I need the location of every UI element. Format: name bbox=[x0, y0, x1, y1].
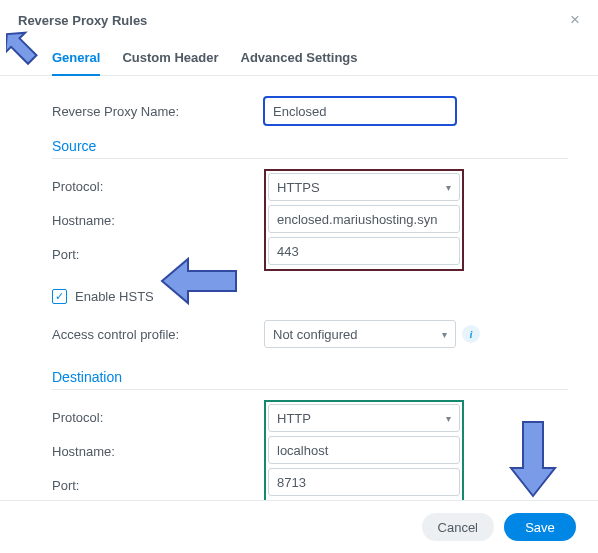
tab-bar: General Custom Header Advanced Settings bbox=[0, 36, 598, 76]
close-icon[interactable]: × bbox=[570, 10, 580, 30]
chevron-down-icon: ▾ bbox=[446, 413, 451, 424]
label-source-port: Port: bbox=[52, 247, 264, 262]
dest-port-input[interactable]: 8713 bbox=[268, 468, 460, 496]
label-dest-protocol: Protocol: bbox=[52, 410, 264, 425]
label-source-protocol: Protocol: bbox=[52, 179, 264, 194]
enable-hsts-checkbox[interactable]: ✓ bbox=[52, 289, 67, 304]
source-protocol-value: HTTPS bbox=[277, 180, 320, 195]
cancel-button[interactable]: Cancel bbox=[422, 513, 494, 541]
source-port-input[interactable]: 443 bbox=[268, 237, 460, 265]
section-source: Source bbox=[52, 128, 568, 159]
label-reverse-proxy-name: Reverse Proxy Name: bbox=[52, 104, 264, 119]
label-dest-port: Port: bbox=[52, 478, 264, 493]
tab-general[interactable]: General bbox=[52, 50, 100, 75]
label-dest-hostname: Hostname: bbox=[52, 444, 264, 459]
dest-protocol-value: HTTP bbox=[277, 411, 311, 426]
dialog-footer: Cancel Save bbox=[0, 500, 598, 553]
destination-fields-highlight: HTTP ▾ localhost 8713 bbox=[264, 400, 464, 502]
info-icon[interactable]: i bbox=[462, 325, 480, 343]
reverse-proxy-name-input[interactable]: Enclosed bbox=[264, 97, 456, 125]
chevron-down-icon: ▾ bbox=[442, 329, 447, 340]
access-control-profile-value: Not configured bbox=[273, 327, 358, 342]
chevron-down-icon: ▾ bbox=[446, 182, 451, 193]
dialog-title: Reverse Proxy Rules bbox=[18, 13, 147, 28]
access-control-profile-select[interactable]: Not configured ▾ bbox=[264, 320, 456, 348]
label-source-hostname: Hostname: bbox=[52, 213, 264, 228]
source-fields-highlight: HTTPS ▾ enclosed.mariushosting.syn 443 bbox=[264, 169, 464, 271]
dest-protocol-select[interactable]: HTTP ▾ bbox=[268, 404, 460, 432]
tab-custom-header[interactable]: Custom Header bbox=[122, 50, 218, 75]
label-enable-hsts: Enable HSTS bbox=[75, 289, 154, 304]
source-hostname-input[interactable]: enclosed.mariushosting.syn bbox=[268, 205, 460, 233]
dest-hostname-input[interactable]: localhost bbox=[268, 436, 460, 464]
source-protocol-select[interactable]: HTTPS ▾ bbox=[268, 173, 460, 201]
section-destination: Destination bbox=[52, 359, 568, 390]
tab-advanced-settings[interactable]: Advanced Settings bbox=[241, 50, 358, 75]
save-button[interactable]: Save bbox=[504, 513, 576, 541]
label-access-control-profile: Access control profile: bbox=[52, 327, 264, 342]
